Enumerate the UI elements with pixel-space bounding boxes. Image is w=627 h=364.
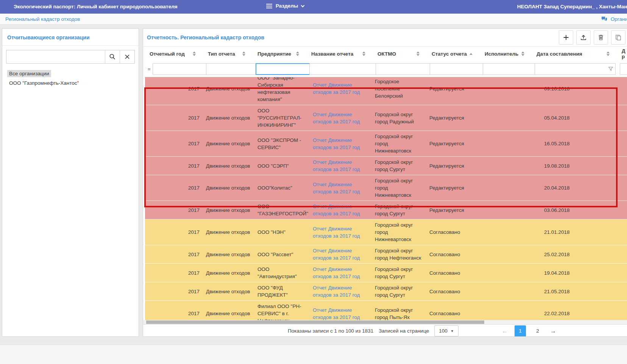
filter-input[interactable]: [535, 66, 606, 72]
search-button[interactable]: [105, 50, 120, 63]
cell-oktmo: Городской округ город Сургут: [373, 264, 427, 282]
cell-report-type: Движение отходов: [203, 245, 253, 263]
cell-report-type: Движение отходов: [203, 219, 253, 245]
cell-date: 21.01.2018: [532, 219, 617, 245]
close-icon: [125, 54, 130, 59]
cell-report-type: Движение отходов: [203, 282, 253, 300]
organizations-link[interactable]: Органи: [601, 16, 627, 22]
report-link[interactable]: Отчет Движение отходов за 2017 год: [313, 247, 371, 261]
cell-year: 2017: [145, 77, 203, 105]
filter-input[interactable]: [310, 66, 381, 72]
sections-menu-button[interactable]: Разделы: [266, 3, 304, 9]
filter-equals-sign: =: [148, 66, 151, 72]
copy-button[interactable]: [611, 30, 625, 45]
cell-report-name: Отчет Движение отходов за 2017 год: [307, 105, 373, 131]
filter-cell: [253, 63, 307, 75]
import-button[interactable]: [576, 30, 591, 45]
cell-extra: [617, 157, 627, 175]
cell-extra: [617, 219, 627, 245]
scrollbar-thumb[interactable]: [146, 320, 484, 324]
page-bottom-strip: [0, 345, 627, 364]
prev-page-arrow[interactable]: ←: [502, 328, 508, 334]
cell-executor: [480, 264, 532, 282]
cell-company: ООО "Рассвет": [253, 245, 307, 263]
copy-icon: [615, 34, 622, 41]
filter-input[interactable]: [620, 66, 627, 72]
cell-oktmo: Городской округ город Нефтеюганск: [373, 245, 427, 263]
report-row[interactable]: 2017Движение отходовООО "ФУД ПРОДЖЕКТ"От…: [145, 282, 627, 301]
select-caret-icon: ▼: [451, 329, 454, 333]
delete-button[interactable]: [594, 30, 608, 45]
cell-status: Согласовано: [427, 264, 480, 282]
column-header[interactable]: Дата составления: [532, 47, 617, 61]
column-label: Отчетный год: [150, 51, 185, 57]
cell-year: 2017: [145, 131, 203, 156]
cell-status: Редактируется: [427, 175, 480, 201]
org-search-input[interactable]: [6, 50, 105, 63]
column-header[interactable]: Название отчета: [307, 47, 373, 61]
page-number[interactable]: 2: [532, 325, 543, 337]
cell-executor: [480, 77, 532, 105]
report-row[interactable]: 2017Движение отходовООО"Колитас"Отчет Дв…: [145, 175, 627, 201]
page-number[interactable]: 1: [515, 325, 526, 337]
report-row[interactable]: 2017Движение отходовООО "НЭН"Отчет Движе…: [145, 219, 627, 245]
org-list-item[interactable]: ООО "Газпромнефть-Хантос": [2, 78, 139, 88]
clear-search-button[interactable]: [120, 50, 134, 63]
cell-extra: [617, 201, 627, 219]
report-link[interactable]: Отчет Движение отходов за 2017 год: [313, 81, 371, 96]
column-header[interactable]: Предприятие: [253, 47, 307, 61]
report-link[interactable]: Отчет Движение отходов за 2017 год: [313, 266, 371, 280]
cell-date: 05.04.2018: [532, 105, 617, 131]
breadcrumb[interactable]: Региональный кадастр отходов: [5, 16, 80, 22]
report-row[interactable]: 2017Движение отходовООО "РУССИНТЕГРАЛ-ИН…: [145, 105, 627, 131]
column-header[interactable]: Д р: [617, 47, 627, 61]
cell-oktmo: Городской округ город Сургут: [373, 282, 427, 300]
organizations-panel: Отчитывающиеся организации Все организац…: [2, 28, 139, 337]
column-label: Предприятие: [257, 51, 291, 57]
cell-year: 2017: [145, 105, 203, 131]
organizations-panel-title: Отчитывающиеся организации: [2, 29, 139, 46]
sort-both-icon: [362, 51, 365, 56]
report-row[interactable]: 2017Движение отходовООО "СЭРП"Отчет Движ…: [145, 157, 627, 175]
add-button[interactable]: [559, 30, 573, 45]
cell-date: 20.04.2018: [532, 175, 617, 201]
column-header[interactable]: Исполнитель: [480, 47, 532, 61]
report-link[interactable]: Отчет Движение отходов за 2017 год: [313, 181, 371, 195]
reports-panel: Отчетность. Региональный кадастр отходов…: [143, 28, 627, 337]
reports-toolbar: [559, 30, 627, 45]
report-row[interactable]: 2017Движение отходовООО "ГАЗЭНЕРГОСТРОЙ"…: [145, 201, 627, 219]
report-link[interactable]: Отчет Движение отходов за 2017 год: [313, 111, 371, 125]
filter-funnel-icon[interactable]: [606, 66, 615, 72]
filter-cell: [427, 63, 480, 75]
cell-date: 22.02.2018: [532, 301, 617, 320]
org-list-item[interactable]: Все организации: [2, 69, 139, 78]
grid-footer: Показаны записи с 1 по 100 из 1831 Запис…: [143, 324, 627, 337]
report-row[interactable]: 2017Движение отходовООО "Рассвет"Отчет Д…: [145, 245, 627, 264]
report-link[interactable]: Отчет Движение отходов за 2017 год: [313, 137, 371, 151]
column-header[interactable]: Статус отчета: [427, 47, 480, 61]
cell-report-name: Отчет Движение отходов за 2017 год: [307, 301, 373, 320]
cell-executor: [480, 301, 532, 320]
column-header[interactable]: ОКТМО: [373, 47, 427, 61]
report-row[interactable]: 2017Движение отходовООО "ЭКСПРОМ - СЕРВИ…: [145, 131, 627, 157]
cell-status: Редактируется: [427, 77, 480, 105]
report-row[interactable]: 2017Движение отходовФилиал ООО "РН-СЕРВИ…: [145, 301, 627, 320]
report-row[interactable]: 2017Движение отходовООО "Автоиндустрия"О…: [145, 264, 627, 282]
cell-date: 16.05.2018: [532, 131, 617, 156]
user-info[interactable]: НЕОЛАНТ Запад Суперадмин_ , Ханты-Манс: [517, 4, 627, 9]
cell-report-type: Движение отходов: [203, 105, 253, 131]
report-link[interactable]: Отчет Движение отходов за 2017 год: [313, 159, 371, 173]
column-header[interactable]: Отчетный год: [145, 47, 203, 61]
report-link[interactable]: Отчет Движение отходов за 2017 год: [313, 306, 371, 320]
report-link[interactable]: Отчет Движение отходов за 2017 год: [313, 284, 371, 299]
report-link[interactable]: Отчет Движение отходов за 2017 год: [313, 203, 371, 217]
cell-year: 2017: [145, 264, 203, 282]
column-label: Статус отчета: [432, 51, 467, 57]
per-page-select[interactable]: 100 ▼: [434, 325, 459, 336]
horizontal-scrollbar[interactable]: [143, 320, 627, 324]
cell-status: Согласовано: [427, 245, 480, 263]
report-link[interactable]: Отчет Движение отходов за 2017 год: [313, 225, 371, 240]
report-row[interactable]: 2017Движение отходовООО "Западно-Сибирск…: [145, 77, 627, 105]
column-header[interactable]: Тип отчета: [203, 47, 253, 61]
next-page-arrow[interactable]: →: [550, 328, 556, 334]
